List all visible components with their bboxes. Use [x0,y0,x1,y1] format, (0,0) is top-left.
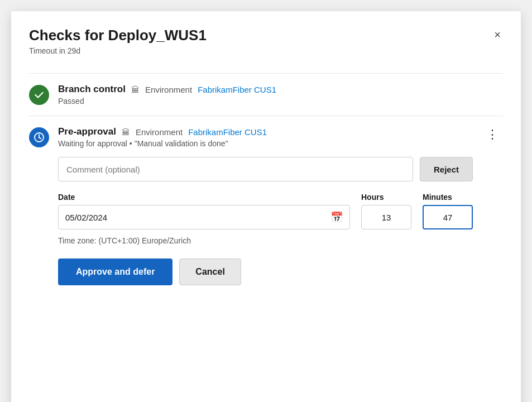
approve-defer-button[interactable]: Approve and defer [58,259,172,285]
pending-status-icon [29,127,49,147]
branch-control-status: Passed [58,97,503,106]
minutes-field-group: Minutes [423,193,473,229]
modal-subtitle: Timeout in 29d [29,46,207,55]
date-time-row: Date 📅 Hours Minutes [58,193,473,229]
hours-label: Hours [361,193,411,202]
environment-icon-1: 🏛 [131,85,140,94]
hours-input[interactable] [361,205,411,229]
pre-approval-status: Waiting for approval • "Manual validatio… [58,139,473,148]
hours-field-group: Hours [361,193,411,229]
minutes-label: Minutes [423,193,473,202]
branch-control-name: Branch control [58,84,126,95]
pre-approval-check: Pre-approval 🏛 Environment FabrikamFiber… [29,116,503,295]
modal-title-block: Checks for Deploy_WUS1 Timeout in 29d [29,27,207,55]
more-icon: ⋮ [486,127,499,141]
timezone-text: Time zone: (UTC+1:00) Europe/Zurich [58,236,473,245]
minutes-input[interactable] [423,205,473,229]
environment-icon-2: 🏛 [122,127,130,137]
cancel-button[interactable]: Cancel [179,259,241,285]
date-input-wrapper: 📅 [58,205,350,229]
date-label: Date [58,193,350,202]
branch-control-content: Branch control 🏛 Environment FabrikamFib… [58,84,503,106]
pre-approval-content: Pre-approval 🏛 Environment FabrikamFiber… [58,126,473,285]
env-label-1: Environment [145,85,192,94]
branch-control-header: Branch control 🏛 Environment FabrikamFib… [58,84,503,95]
env-link-1[interactable]: FabrikamFiber CUS1 [198,85,276,94]
clock-icon [33,132,45,143]
passed-status-icon [29,85,49,105]
modal-dialog: Checks for Deploy_WUS1 Timeout in 29d × … [11,11,521,402]
pre-approval-header: Pre-approval 🏛 Environment FabrikamFiber… [58,126,473,137]
modal-header: Checks for Deploy_WUS1 Timeout in 29d × [29,27,503,55]
comment-input[interactable] [58,157,413,181]
close-button[interactable]: × [492,27,503,42]
env-link-2[interactable]: FabrikamFiber CUS1 [188,127,267,137]
date-input[interactable] [65,213,330,222]
branch-control-check: Branch control 🏛 Environment FabrikamFib… [29,73,503,116]
reject-button[interactable]: Reject [420,157,473,181]
svg-line-2 [39,138,41,139]
checkmark-icon [33,89,45,100]
modal-title: Checks for Deploy_WUS1 [29,27,207,44]
close-icon: × [494,28,501,41]
env-label-2: Environment [136,127,183,137]
comment-row: Reject [58,157,473,181]
pre-approval-actions: ⋮ [473,126,503,143]
action-buttons: Approve and defer Cancel [58,259,473,285]
more-options-button[interactable]: ⋮ [482,126,503,143]
calendar-icon[interactable]: 📅 [330,211,343,223]
date-field-group: Date 📅 [58,193,350,229]
approval-form: Reject Date 📅 Hours [58,157,473,285]
pre-approval-name: Pre-approval [58,126,116,137]
